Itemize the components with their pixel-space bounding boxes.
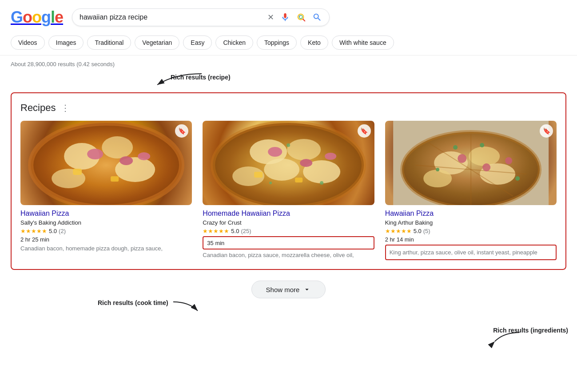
recipe-rating-1: ★★★★★ 5.0 (2) [20,228,192,234]
filter-white-sauce[interactable]: With white sauce [332,36,394,50]
recipe-title-3[interactable]: Hawaiian Pizza [385,210,557,218]
recipe-time-3: 2 hr 14 min [385,236,557,243]
cooktime-annotation: Rich results (cook time) [98,299,202,315]
svg-point-34 [469,147,500,166]
svg-rect-13 [111,176,119,182]
filter-keto[interactable]: Keto [300,36,328,50]
recipe-time-1: 2 hr 25 min [20,236,192,243]
recipe-rating-3: ★★★★★ 5.0 (5) [385,228,557,234]
recipe-source-3: King Arthur Baking [385,219,557,226]
recipe-box: Recipes ⋮ [11,92,566,270]
svg-point-10 [87,149,103,159]
show-more-button[interactable]: Show more [251,281,326,298]
ingredients-label: Rich results (ingredients) [493,327,568,334]
recipe-card-1[interactable]: 🔖 Hawaiian Pizza Sally's Baking Addictio… [20,121,192,260]
search-submit-button[interactable] [312,12,322,22]
filter-vegetarian[interactable]: Vegetarian [135,36,179,50]
svg-point-21 [264,158,299,181]
recipes-grid: 🔖 Hawaiian Pizza Sally's Baking Addictio… [20,121,557,260]
rich-results-recipe-label: Rich results (recipe) [171,74,231,81]
google-logo[interactable]: Google [11,8,63,27]
filter-easy[interactable]: Easy [183,36,212,50]
recipe-time-2: 35 min [207,240,224,246]
recipe-title-2[interactable]: Homemade Hawaiian Pizza [203,210,374,218]
rating-count-1: (2) [59,228,66,234]
svg-point-40 [458,154,466,163]
cooktime-highlight-2: 35 min [203,236,374,249]
filter-videos[interactable]: Videos [11,36,45,50]
recipe-title-1[interactable]: Hawaiian Pizza [20,210,192,218]
chevron-down-icon [303,285,311,293]
ingredients-annotation: Rich results (ingredients) [486,326,568,348]
rating-count-3: (5) [423,228,430,234]
svg-point-14 [138,152,150,160]
recipe-card-3[interactable]: 🔖 Hawaiian Pizza King Arthur Baking ★★★★… [385,121,557,260]
header: Google ✕ [0,0,577,32]
pizza-art-2 [203,121,374,205]
show-more-label: Show more [266,286,300,293]
lens-icon [296,12,306,22]
rating-count-2: (25) [241,228,251,234]
filter-traditional[interactable]: Traditional [87,36,131,50]
search-input[interactable] [80,13,263,21]
filter-chicken[interactable]: Chicken [215,36,253,50]
svg-point-43 [453,145,458,150]
svg-rect-25 [254,172,263,178]
svg-rect-26 [295,178,302,182]
recipe-source-2: Crazy for Crust [203,219,374,226]
lens-button[interactable] [296,12,306,22]
pizza-art-3 [385,121,557,205]
recipe-source-1: Sally's Baking Addiction [20,219,192,226]
recipe-box-header: Recipes ⋮ [20,102,557,114]
recipe-ingredients-1: Canadian bacon, homemade pizza dough, pi… [20,245,192,253]
filter-bar: Videos Images Traditional Vegetarian Eas… [0,32,577,55]
results-count: About 28,900,000 results (0.42 seconds) [0,55,577,69]
show-more-area: Show more [0,270,577,307]
svg-point-28 [269,182,272,184]
svg-point-11 [119,156,133,165]
filter-images[interactable]: Images [48,36,84,50]
clear-button[interactable]: ✕ [267,12,274,22]
cooktime-label: Rich results (cook time) [98,299,168,306]
svg-point-29 [320,181,323,185]
svg-rect-12 [73,169,82,175]
recipe-ingredients-3: King arthur, pizza sauce, olive oil, ins… [390,249,537,256]
rating-stars-3: ★★★★★ [385,228,412,234]
recipe-ingredients-2: Canadian bacon, pizza sauce, mozzarella … [203,251,374,259]
svg-point-46 [515,176,520,181]
recipes-heading: Recipes [20,102,56,114]
svg-point-23 [300,159,312,167]
svg-point-24 [325,153,336,160]
more-options-button[interactable]: ⋮ [61,103,70,113]
pizza-art-1 [20,121,192,205]
rating-stars-1: ★★★★★ [20,228,47,234]
svg-point-27 [287,143,290,147]
recipe-card-2[interactable]: 🔖 Homemade Hawaiian Pizza Crazy for Crus… [203,121,374,260]
search-bar: ✕ [72,8,330,26]
filter-toppings[interactable]: Toppings [257,36,297,50]
svg-point-41 [482,163,490,171]
bookmark-button-2[interactable]: 🔖 [358,124,371,138]
rating-value-3: 5.0 [414,228,422,234]
rating-stars-2: ★★★★★ [203,228,229,234]
ingredients-highlight-3: King arthur, pizza sauce, olive oil, ins… [385,245,557,260]
voice-search-button[interactable] [280,12,290,22]
recipe-image-2: 🔖 [203,121,374,205]
mic-icon [280,12,290,22]
svg-point-22 [268,147,282,157]
recipe-image-1: 🔖 [20,121,192,205]
svg-point-18 [287,139,321,160]
svg-point-3 [299,16,300,17]
svg-point-42 [505,157,512,164]
search-icon [312,12,322,22]
svg-point-44 [480,143,484,147]
cooktime-arrow [171,297,202,315]
search-icons: ✕ [267,12,322,22]
svg-point-45 [436,168,439,171]
bookmark-button-3[interactable]: 🔖 [540,124,553,138]
svg-point-36 [423,170,452,187]
rating-value-1: 5.0 [49,228,57,234]
recipe-image-3: 🔖 [385,121,557,205]
svg-point-7 [102,136,133,158]
rating-value-2: 5.0 [231,228,239,234]
